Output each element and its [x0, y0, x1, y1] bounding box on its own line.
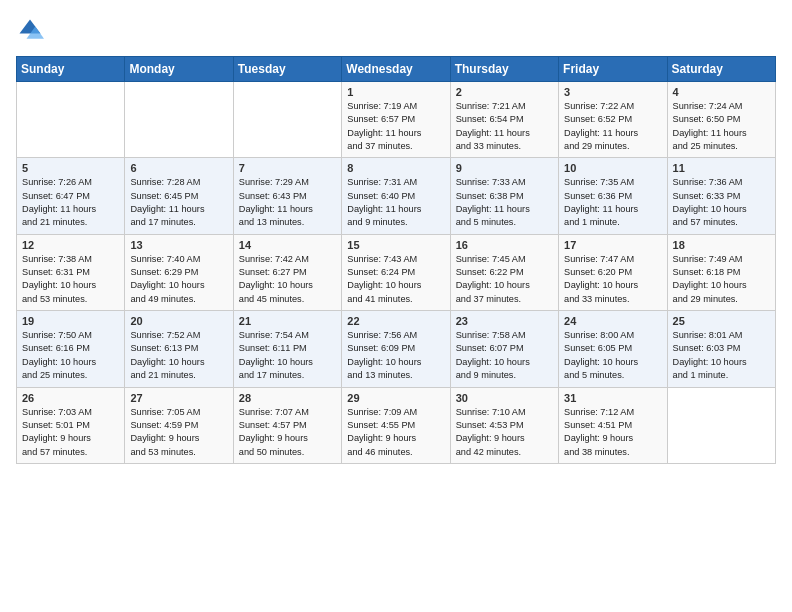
day-number: 28 [239, 392, 336, 404]
day-number: 7 [239, 162, 336, 174]
day-number: 13 [130, 239, 227, 251]
day-number: 19 [22, 315, 119, 327]
day-number: 16 [456, 239, 553, 251]
day-cell: 3Sunrise: 7:22 AM Sunset: 6:52 PM Daylig… [559, 82, 667, 158]
day-info: Sunrise: 7:22 AM Sunset: 6:52 PM Dayligh… [564, 100, 661, 153]
day-cell: 16Sunrise: 7:45 AM Sunset: 6:22 PM Dayli… [450, 234, 558, 310]
day-cell [125, 82, 233, 158]
day-info: Sunrise: 7:54 AM Sunset: 6:11 PM Dayligh… [239, 329, 336, 382]
day-info: Sunrise: 7:12 AM Sunset: 4:51 PM Dayligh… [564, 406, 661, 459]
logo-icon [16, 16, 44, 44]
day-number: 20 [130, 315, 227, 327]
weekday-header-thursday: Thursday [450, 57, 558, 82]
day-info: Sunrise: 7:56 AM Sunset: 6:09 PM Dayligh… [347, 329, 444, 382]
day-cell: 23Sunrise: 7:58 AM Sunset: 6:07 PM Dayli… [450, 311, 558, 387]
day-info: Sunrise: 7:36 AM Sunset: 6:33 PM Dayligh… [673, 176, 770, 229]
day-cell: 30Sunrise: 7:10 AM Sunset: 4:53 PM Dayli… [450, 387, 558, 463]
day-info: Sunrise: 7:47 AM Sunset: 6:20 PM Dayligh… [564, 253, 661, 306]
day-cell: 21Sunrise: 7:54 AM Sunset: 6:11 PM Dayli… [233, 311, 341, 387]
day-cell: 4Sunrise: 7:24 AM Sunset: 6:50 PM Daylig… [667, 82, 775, 158]
weekday-header-wednesday: Wednesday [342, 57, 450, 82]
page-header [16, 16, 776, 44]
day-cell: 25Sunrise: 8:01 AM Sunset: 6:03 PM Dayli… [667, 311, 775, 387]
day-info: Sunrise: 7:24 AM Sunset: 6:50 PM Dayligh… [673, 100, 770, 153]
day-info: Sunrise: 7:28 AM Sunset: 6:45 PM Dayligh… [130, 176, 227, 229]
day-cell [17, 82, 125, 158]
day-number: 18 [673, 239, 770, 251]
day-cell: 12Sunrise: 7:38 AM Sunset: 6:31 PM Dayli… [17, 234, 125, 310]
day-cell: 9Sunrise: 7:33 AM Sunset: 6:38 PM Daylig… [450, 158, 558, 234]
day-info: Sunrise: 7:38 AM Sunset: 6:31 PM Dayligh… [22, 253, 119, 306]
day-info: Sunrise: 7:58 AM Sunset: 6:07 PM Dayligh… [456, 329, 553, 382]
day-cell: 19Sunrise: 7:50 AM Sunset: 6:16 PM Dayli… [17, 311, 125, 387]
week-row-2: 5Sunrise: 7:26 AM Sunset: 6:47 PM Daylig… [17, 158, 776, 234]
day-number: 10 [564, 162, 661, 174]
day-cell: 8Sunrise: 7:31 AM Sunset: 6:40 PM Daylig… [342, 158, 450, 234]
day-cell: 2Sunrise: 7:21 AM Sunset: 6:54 PM Daylig… [450, 82, 558, 158]
day-cell: 24Sunrise: 8:00 AM Sunset: 6:05 PM Dayli… [559, 311, 667, 387]
day-cell: 15Sunrise: 7:43 AM Sunset: 6:24 PM Dayli… [342, 234, 450, 310]
day-cell: 10Sunrise: 7:35 AM Sunset: 6:36 PM Dayli… [559, 158, 667, 234]
day-cell: 11Sunrise: 7:36 AM Sunset: 6:33 PM Dayli… [667, 158, 775, 234]
weekday-header-friday: Friday [559, 57, 667, 82]
weekday-header-tuesday: Tuesday [233, 57, 341, 82]
day-cell: 18Sunrise: 7:49 AM Sunset: 6:18 PM Dayli… [667, 234, 775, 310]
day-cell: 22Sunrise: 7:56 AM Sunset: 6:09 PM Dayli… [342, 311, 450, 387]
day-cell: 5Sunrise: 7:26 AM Sunset: 6:47 PM Daylig… [17, 158, 125, 234]
day-info: Sunrise: 7:03 AM Sunset: 5:01 PM Dayligh… [22, 406, 119, 459]
day-number: 2 [456, 86, 553, 98]
weekday-header-monday: Monday [125, 57, 233, 82]
day-info: Sunrise: 7:09 AM Sunset: 4:55 PM Dayligh… [347, 406, 444, 459]
day-number: 8 [347, 162, 444, 174]
calendar-table: SundayMondayTuesdayWednesdayThursdayFrid… [16, 56, 776, 464]
day-cell: 28Sunrise: 7:07 AM Sunset: 4:57 PM Dayli… [233, 387, 341, 463]
week-row-3: 12Sunrise: 7:38 AM Sunset: 6:31 PM Dayli… [17, 234, 776, 310]
day-cell: 14Sunrise: 7:42 AM Sunset: 6:27 PM Dayli… [233, 234, 341, 310]
weekday-header-sunday: Sunday [17, 57, 125, 82]
day-number: 15 [347, 239, 444, 251]
week-row-1: 1Sunrise: 7:19 AM Sunset: 6:57 PM Daylig… [17, 82, 776, 158]
day-info: Sunrise: 7:31 AM Sunset: 6:40 PM Dayligh… [347, 176, 444, 229]
day-info: Sunrise: 7:40 AM Sunset: 6:29 PM Dayligh… [130, 253, 227, 306]
weekday-header-saturday: Saturday [667, 57, 775, 82]
day-info: Sunrise: 7:33 AM Sunset: 6:38 PM Dayligh… [456, 176, 553, 229]
day-number: 25 [673, 315, 770, 327]
day-info: Sunrise: 7:19 AM Sunset: 6:57 PM Dayligh… [347, 100, 444, 153]
day-number: 5 [22, 162, 119, 174]
day-number: 9 [456, 162, 553, 174]
day-info: Sunrise: 7:21 AM Sunset: 6:54 PM Dayligh… [456, 100, 553, 153]
day-number: 17 [564, 239, 661, 251]
day-number: 26 [22, 392, 119, 404]
day-cell: 6Sunrise: 7:28 AM Sunset: 6:45 PM Daylig… [125, 158, 233, 234]
day-cell: 26Sunrise: 7:03 AM Sunset: 5:01 PM Dayli… [17, 387, 125, 463]
logo [16, 16, 48, 44]
day-info: Sunrise: 7:50 AM Sunset: 6:16 PM Dayligh… [22, 329, 119, 382]
day-info: Sunrise: 8:00 AM Sunset: 6:05 PM Dayligh… [564, 329, 661, 382]
day-cell: 17Sunrise: 7:47 AM Sunset: 6:20 PM Dayli… [559, 234, 667, 310]
day-cell: 31Sunrise: 7:12 AM Sunset: 4:51 PM Dayli… [559, 387, 667, 463]
day-number: 11 [673, 162, 770, 174]
day-number: 6 [130, 162, 227, 174]
day-number: 29 [347, 392, 444, 404]
day-number: 4 [673, 86, 770, 98]
week-row-5: 26Sunrise: 7:03 AM Sunset: 5:01 PM Dayli… [17, 387, 776, 463]
day-info: Sunrise: 8:01 AM Sunset: 6:03 PM Dayligh… [673, 329, 770, 382]
day-cell: 27Sunrise: 7:05 AM Sunset: 4:59 PM Dayli… [125, 387, 233, 463]
day-number: 31 [564, 392, 661, 404]
day-number: 24 [564, 315, 661, 327]
day-info: Sunrise: 7:52 AM Sunset: 6:13 PM Dayligh… [130, 329, 227, 382]
day-number: 3 [564, 86, 661, 98]
day-number: 21 [239, 315, 336, 327]
day-info: Sunrise: 7:43 AM Sunset: 6:24 PM Dayligh… [347, 253, 444, 306]
day-number: 14 [239, 239, 336, 251]
day-cell: 1Sunrise: 7:19 AM Sunset: 6:57 PM Daylig… [342, 82, 450, 158]
day-cell: 29Sunrise: 7:09 AM Sunset: 4:55 PM Dayli… [342, 387, 450, 463]
week-row-4: 19Sunrise: 7:50 AM Sunset: 6:16 PM Dayli… [17, 311, 776, 387]
day-number: 22 [347, 315, 444, 327]
day-info: Sunrise: 7:35 AM Sunset: 6:36 PM Dayligh… [564, 176, 661, 229]
day-number: 1 [347, 86, 444, 98]
day-cell [667, 387, 775, 463]
day-info: Sunrise: 7:07 AM Sunset: 4:57 PM Dayligh… [239, 406, 336, 459]
day-cell [233, 82, 341, 158]
day-info: Sunrise: 7:26 AM Sunset: 6:47 PM Dayligh… [22, 176, 119, 229]
